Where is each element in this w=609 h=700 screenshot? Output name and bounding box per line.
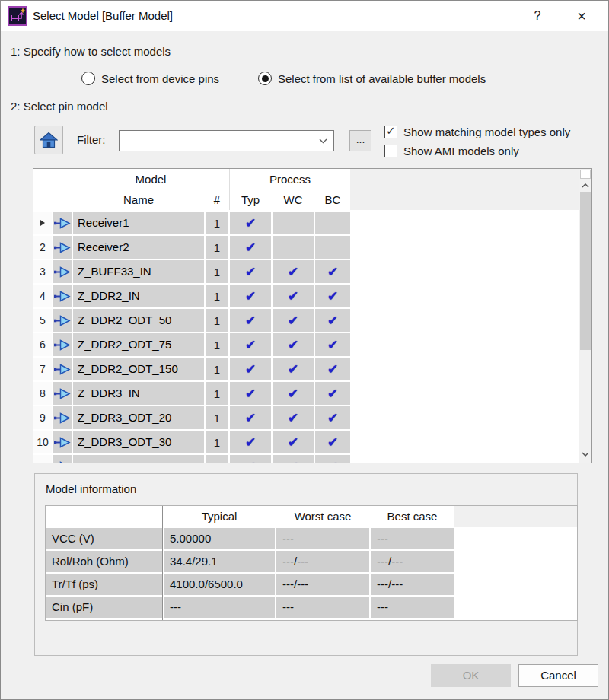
info-value-cell: --- bbox=[276, 528, 369, 549]
model-name-cell[interactable]: Z_DDR3_ODT_30 bbox=[73, 431, 204, 453]
row-number-cell[interactable]: 5 bbox=[33, 309, 52, 332]
model-name-cell[interactable]: Receiver2 bbox=[73, 236, 204, 259]
checkbox-show-ami-models[interactable]: Show AMI models only bbox=[384, 143, 519, 158]
model-name-cell[interactable]: Z_DDR2_IN bbox=[73, 285, 204, 307]
info-row-label: Cin (pF) bbox=[46, 597, 162, 618]
buffer-icon bbox=[53, 309, 72, 332]
row-number-cell[interactable]: 2 bbox=[33, 236, 52, 259]
model-count-cell: 1 bbox=[206, 236, 228, 259]
row-number-cell[interactable]: 4 bbox=[33, 285, 52, 307]
current-row-marker-icon bbox=[40, 220, 45, 226]
table-row[interactable]: 7Z_DDR2_ODT_1501✔✔✔ bbox=[33, 358, 579, 380]
header-typ[interactable]: Typ bbox=[230, 189, 271, 210]
model-name-cell[interactable]: Z_BUFF33_IN bbox=[73, 260, 204, 283]
model-name-cell[interactable]: Z_DDR2_ODT_150 bbox=[73, 358, 204, 380]
window-title: Select Model [Buffer Model] bbox=[33, 1, 173, 31]
row-number-cell[interactable]: 6 bbox=[33, 333, 52, 356]
info-table-row: VCC (V)5.00000------ bbox=[46, 528, 577, 549]
info-value-cell: 34.4/29.1 bbox=[164, 551, 275, 572]
table-row[interactable]: 3Z_BUFF33_IN1✔✔✔ bbox=[33, 260, 579, 283]
ok-button[interactable]: OK bbox=[431, 664, 511, 687]
model-name-cell[interactable]: Receiver1 bbox=[73, 212, 204, 234]
model-count-cell: 1 bbox=[206, 406, 228, 429]
cancel-button[interactable]: Cancel bbox=[518, 664, 598, 687]
wc-check-icon: ✔ bbox=[273, 309, 314, 332]
buffer-icon bbox=[53, 358, 72, 380]
help-button[interactable]: ? bbox=[520, 1, 555, 31]
table-row[interactable]: 11Z_DDR3_ODT_401✔✔✔ bbox=[33, 455, 579, 463]
browse-button[interactable]: ... bbox=[349, 130, 371, 151]
app-icon bbox=[8, 6, 27, 26]
row-number-cell[interactable]: 10 bbox=[33, 431, 52, 453]
model-name-cell[interactable]: Z_DDR3_IN bbox=[73, 382, 204, 405]
radio-label[interactable]: Select from device pins bbox=[101, 72, 219, 85]
bc-check-icon: ✔ bbox=[315, 309, 350, 332]
table-row[interactable]: 2Receiver21✔ bbox=[33, 236, 579, 259]
model-name-cell[interactable]: Z_DDR3_ODT_40 bbox=[73, 455, 204, 463]
filter-combobox[interactable] bbox=[119, 130, 334, 151]
radio-label[interactable]: Select from list of available buffer mod… bbox=[278, 72, 486, 85]
model-name-cell[interactable]: Z_DDR3_ODT_20 bbox=[73, 406, 204, 429]
table-row[interactable]: Receiver11✔ bbox=[33, 212, 579, 234]
row-number-cell[interactable]: 11 bbox=[33, 455, 52, 463]
radio-select-from-device-pins[interactable]: Select from device pins bbox=[81, 70, 219, 87]
wc-check-icon: ✔ bbox=[273, 358, 314, 380]
row-number-cell[interactable]: 9 bbox=[33, 406, 52, 429]
row-number-cell[interactable] bbox=[33, 212, 52, 234]
model-list-header: Model Process Name # Typ WC BC bbox=[33, 169, 579, 210]
bc-check-icon: ✔ bbox=[315, 333, 350, 356]
checkbox-unchecked[interactable] bbox=[384, 145, 397, 158]
info-value-cell: 5.00000 bbox=[164, 528, 275, 549]
scrollbar-thumb[interactable] bbox=[580, 192, 591, 350]
radio-circle-selected[interactable] bbox=[258, 72, 272, 85]
table-row[interactable]: 6Z_DDR2_ODT_751✔✔✔ bbox=[33, 333, 579, 356]
table-row[interactable]: 8Z_DDR3_IN1✔✔✔ bbox=[33, 382, 579, 405]
radio-circle[interactable] bbox=[81, 72, 95, 85]
row-number-cell[interactable]: 8 bbox=[33, 382, 52, 405]
home-button[interactable] bbox=[34, 126, 63, 154]
header-wc[interactable]: WC bbox=[273, 189, 314, 210]
bc-empty-cell bbox=[315, 212, 350, 234]
info-value-cell: ---/--- bbox=[276, 551, 369, 572]
model-name-cell[interactable]: Z_DDR2_ODT_50 bbox=[73, 309, 204, 332]
header-name[interactable]: Name bbox=[73, 189, 204, 210]
radio-select-from-buffer-models[interactable]: Select from list of available buffer mod… bbox=[258, 70, 486, 87]
vertical-scrollbar[interactable] bbox=[579, 169, 591, 463]
checkbox-label[interactable]: Show AMI models only bbox=[403, 145, 519, 158]
model-count-cell: 1 bbox=[206, 455, 228, 463]
checkbox-checked[interactable] bbox=[384, 126, 397, 138]
model-count-cell: 1 bbox=[206, 382, 228, 405]
bc-check-icon: ✔ bbox=[315, 455, 350, 463]
row-number-cell[interactable]: 7 bbox=[33, 358, 52, 380]
typ-check-icon: ✔ bbox=[230, 382, 271, 405]
table-row[interactable]: 10Z_DDR3_ODT_301✔✔✔ bbox=[33, 431, 579, 453]
scroll-down-button[interactable] bbox=[579, 449, 591, 460]
wc-check-icon: ✔ bbox=[273, 406, 314, 429]
info-value-cell: --- bbox=[371, 528, 454, 549]
bc-check-icon: ✔ bbox=[315, 285, 350, 307]
table-row[interactable]: 9Z_DDR3_ODT_201✔✔✔ bbox=[33, 406, 579, 429]
header-count[interactable]: # bbox=[206, 189, 228, 210]
info-value-cell: --- bbox=[371, 597, 454, 618]
step1-heading: 1: Specify how to select models bbox=[11, 45, 171, 58]
model-count-cell: 1 bbox=[206, 285, 228, 307]
table-row[interactable]: 5Z_DDR2_ODT_501✔✔✔ bbox=[33, 309, 579, 332]
close-button[interactable]: × bbox=[564, 1, 599, 31]
header-worst-case: Worst case bbox=[276, 506, 369, 527]
table-row[interactable]: 4Z_DDR2_IN1✔✔✔ bbox=[33, 285, 579, 307]
buffer-icon bbox=[53, 236, 72, 259]
buffer-icon bbox=[53, 431, 72, 453]
header-bc[interactable]: BC bbox=[315, 189, 350, 210]
checkbox-show-matching-models[interactable]: Show matching model types only bbox=[384, 124, 570, 139]
wc-check-icon: ✔ bbox=[273, 333, 314, 356]
header-model-group: Model bbox=[73, 169, 228, 189]
model-name-cell[interactable]: Z_DDR2_ODT_75 bbox=[73, 333, 204, 356]
model-rows: Receiver11✔2Receiver21✔3Z_BUFF33_IN1✔✔✔4… bbox=[33, 212, 579, 463]
row-number-cell[interactable]: 3 bbox=[33, 260, 52, 283]
chevron-down-icon[interactable] bbox=[319, 138, 327, 144]
chevron-down-icon bbox=[582, 452, 589, 457]
checkbox-label[interactable]: Show matching model types only bbox=[403, 126, 570, 138]
model-list-panel: Model Process Name # Typ WC BC Receiver1… bbox=[33, 168, 592, 463]
home-icon bbox=[40, 132, 58, 148]
scroll-up-button[interactable] bbox=[579, 180, 591, 191]
